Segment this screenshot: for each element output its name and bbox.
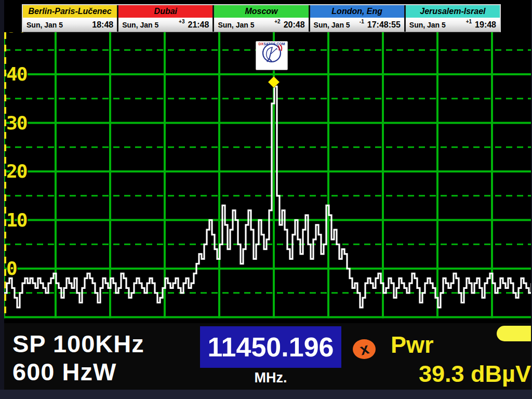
clock-city-label: Berlin-Paris-Lučenec: [23, 5, 117, 18]
clock-panel-berlin: Berlin-Paris-Lučenec Sun, Jan 5 18:48: [23, 5, 117, 32]
spectrum-grid-and-trace: [0, 32, 532, 323]
clock-date: Sun, Jan 5: [409, 21, 446, 29]
frequency-unit-label: MHz.: [200, 370, 341, 386]
satellite-dish-icon: [256, 42, 287, 64]
clock-date: Sun, Jan 5: [218, 21, 254, 29]
clock-time: 19:48: [475, 20, 496, 30]
clock-panel-london: London, Eng Sun, Jan 5 -1 17:48:55: [310, 5, 404, 32]
y-axis-label-40: 40: [6, 63, 43, 85]
x-icon: x: [358, 340, 370, 357]
span-setting-label: SP 100KHz: [12, 329, 144, 358]
frequency-display[interactable]: 11450.196: [200, 326, 341, 368]
clock-utc-offset: +3: [179, 18, 184, 24]
y-axis-label-30: 30: [6, 112, 43, 134]
clear-button[interactable]: x: [353, 339, 376, 359]
clock-panel-jerusalem: Jerusalem-Israel Sun, Jan 5 +1 19:48: [406, 5, 500, 32]
clock-datetime: Sun, Jan 5 +1 19:48: [406, 18, 500, 32]
clock-datetime: Sun, Jan 5 -1 17:48:55: [310, 18, 404, 32]
y-axis-label-20: 20: [6, 161, 43, 182]
clock-city-label: Moscow: [214, 5, 308, 18]
power-label: Pwr: [391, 331, 434, 358]
clock-date: Sun, Jan 5: [122, 21, 158, 29]
y-axis-label-10: 10: [6, 209, 43, 231]
clock-datetime: Sun, Jan 5 +2 20:48: [214, 18, 308, 32]
peak-marker-diamond: [268, 76, 280, 88]
screen-bottom-border: [0, 390, 532, 399]
clock-utc-offset: +1: [466, 18, 472, 24]
clock-time: 18:48: [92, 20, 113, 30]
clock-city-label: Jerusalem-Israel: [406, 5, 500, 18]
y-axis-label-50: 50: [6, 32, 43, 37]
clock-city-label: Dubai: [118, 5, 212, 18]
world-clock-bar: Berlin-Paris-Lučenec Sun, Jan 5 18:48 Du…: [22, 4, 501, 32]
clock-time: 20:48: [284, 20, 305, 30]
clock-date: Sun, Jan 5: [314, 21, 350, 29]
clock-datetime: Sun, Jan 5 +3 21:48: [118, 18, 212, 32]
clock-panel-moscow: Moscow Sun, Jan 5 +2 20:48: [214, 5, 308, 32]
dxsatcs-logo: DXSATCS.COM: [256, 41, 288, 70]
screen-left-border: [0, 0, 4, 399]
spectrum-analyzer-screen: Berlin-Paris-Lučenec Sun, Jan 5 18:48 Du…: [0, 0, 532, 399]
yellow-indicator-pill[interactable]: [497, 326, 532, 341]
y-axis-label-0: 0: [6, 258, 43, 280]
clock-city-label: London, Eng: [310, 5, 404, 18]
clock-panel-dubai: Dubai Sun, Jan 5 +3 21:48: [118, 5, 212, 32]
clock-utc-offset: -1: [360, 18, 364, 24]
clock-utc-offset: +2: [274, 18, 280, 24]
clock-datetime: Sun, Jan 5 18:48: [23, 18, 117, 32]
clock-time: 17:48:55: [367, 20, 401, 30]
spectrum-trace: [4, 86, 531, 307]
clock-time: 21:48: [188, 20, 209, 30]
bandwidth-setting-label: 600 HzW: [12, 357, 116, 386]
readout-bar: SP 100KHz 600 HzW 11450.196 MHz. x Pwr 3…: [0, 323, 532, 390]
power-value: 39.3 dBµV: [364, 361, 531, 388]
clock-date: Sun, Jan 5: [26, 21, 63, 29]
spectrum-plot: DXSATCS.COM 50403020100: [0, 32, 532, 323]
frequency-value: 11450.196: [208, 331, 334, 363]
